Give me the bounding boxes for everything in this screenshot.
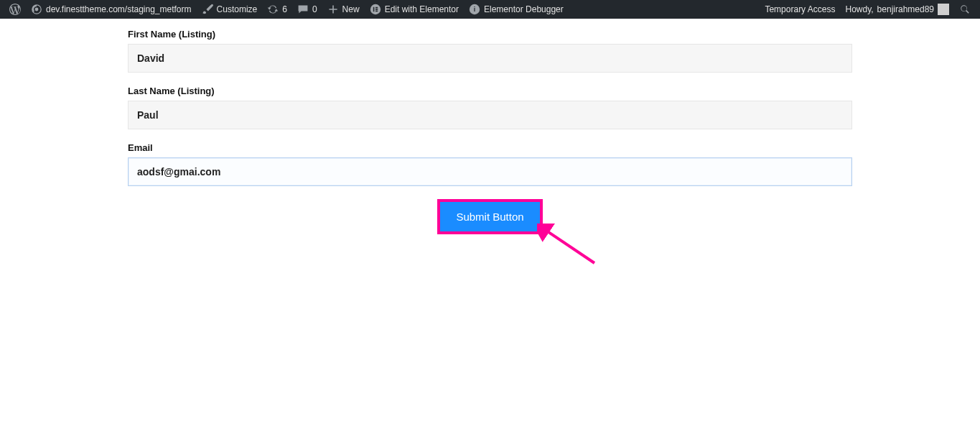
plus-icon [327, 4, 339, 15]
edit-elementor-label: Edit with Elementor [385, 5, 459, 14]
howdy-prefix: Howdy, [845, 5, 873, 14]
temporary-access-label: Temporary Access [765, 5, 835, 14]
customize-label: Customize [217, 5, 258, 14]
email-label: Email [128, 142, 852, 153]
updates-link[interactable]: 6 [262, 0, 292, 19]
site-name-text: dev.finesttheme.com/staging_metform [46, 5, 192, 14]
wp-admin-bar: dev.finesttheme.com/staging_metform Cust… [0, 0, 980, 19]
svg-rect-1 [373, 7, 374, 11]
first-name-input[interactable] [128, 44, 852, 73]
site-icon [31, 4, 42, 15]
submit-wrap: Submit Button [128, 199, 852, 234]
edit-elementor-link[interactable]: Edit with Elementor [365, 0, 464, 19]
temporary-access-link[interactable]: Temporary Access [760, 0, 840, 19]
username-label: benjirahmed89 [877, 5, 934, 14]
first-name-label: First Name (Listing) [128, 29, 852, 40]
last-name-group: Last Name (Listing) [128, 86, 852, 129]
email-input[interactable] [128, 157, 852, 186]
customize-link[interactable]: Customize [197, 0, 263, 19]
first-name-group: First Name (Listing) [128, 29, 852, 73]
last-name-input[interactable] [128, 101, 852, 129]
admin-bar-left: dev.finesttheme.com/staging_metform Cust… [4, 0, 569, 19]
wp-logo-menu[interactable] [4, 0, 26, 19]
admin-search[interactable] [954, 0, 976, 19]
comment-icon [297, 4, 309, 15]
avatar [938, 4, 949, 15]
page-body: First Name (Listing) Last Name (Listing)… [0, 19, 980, 234]
site-name-menu[interactable]: dev.finesttheme.com/staging_metform [26, 0, 197, 19]
svg-line-7 [544, 229, 594, 263]
comments-link[interactable]: 0 [292, 0, 322, 19]
update-icon [267, 4, 279, 15]
new-content-link[interactable]: New [322, 0, 365, 19]
last-name-label: Last Name (Listing) [128, 86, 852, 96]
brush-icon [202, 4, 213, 15]
svg-rect-3 [375, 9, 378, 10]
updates-count: 6 [282, 5, 287, 14]
search-icon [959, 4, 971, 15]
admin-bar-right: Temporary Access Howdy, benjirahmed89 [760, 0, 976, 19]
submit-button[interactable]: Submit Button [437, 199, 542, 234]
debugger-icon: i [469, 4, 480, 15]
wordpress-icon [9, 4, 21, 15]
my-account-link[interactable]: Howdy, benjirahmed89 [840, 0, 954, 19]
elementor-debugger-link[interactable]: i Elementor Debugger [464, 0, 569, 19]
svg-rect-4 [375, 11, 378, 12]
elementor-debugger-label: Elementor Debugger [484, 5, 564, 14]
comments-count: 0 [312, 5, 317, 14]
new-label: New [342, 5, 360, 14]
elementor-icon [370, 4, 381, 15]
email-group: Email [128, 142, 852, 186]
svg-text:i: i [474, 6, 475, 13]
svg-rect-2 [375, 7, 378, 9]
